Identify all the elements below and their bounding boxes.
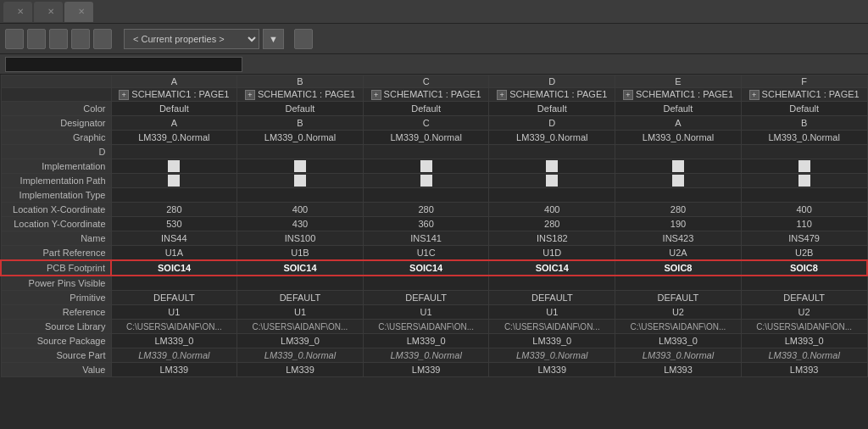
table-cell[interactable] <box>489 159 615 174</box>
table-cell[interactable]: C:\USERS\AIDANF\ON... <box>741 320 867 334</box>
table-cell[interactable]: LM393 <box>741 363 867 377</box>
table-cell[interactable]: LM339_0 <box>111 334 237 348</box>
table-cell[interactable]: D <box>489 116 615 131</box>
tab-property-editor-close[interactable]: ✕ <box>78 7 85 16</box>
table-cell[interactable] <box>363 174 489 188</box>
table-cell[interactable] <box>741 276 867 291</box>
table-cell[interactable] <box>615 159 742 174</box>
table-cell[interactable]: LM339_0.Normal <box>237 131 364 145</box>
table-cell[interactable]: U2B <box>741 246 867 261</box>
tab-start-page-close[interactable]: ✕ <box>17 7 24 16</box>
table-cell[interactable]: DEFAULT <box>111 291 237 305</box>
tab-schematic[interactable]: ✕ <box>34 2 63 22</box>
table-cell[interactable]: B <box>237 116 364 131</box>
table-cell[interactable]: LM393_0 <box>741 334 867 348</box>
table-cell[interactable]: SOIC14 <box>237 260 364 276</box>
table-cell[interactable] <box>237 276 364 291</box>
table-cell[interactable] <box>111 276 237 291</box>
display-button[interactable] <box>49 29 68 49</box>
table-cell[interactable]: C <box>363 116 489 131</box>
table-cell[interactable] <box>111 188 237 203</box>
tab-start-page[interactable]: ✕ <box>3 2 32 22</box>
table-cell[interactable] <box>489 174 615 188</box>
table-cell[interactable]: DEFAULT <box>615 291 742 305</box>
expand-col-b[interactable]: + <box>245 90 255 100</box>
table-cell[interactable]: LM339 <box>111 363 237 377</box>
table-cell[interactable]: LM339_0.Normal <box>363 348 489 363</box>
table-cell[interactable] <box>237 174 364 188</box>
expand-col-d[interactable]: + <box>497 90 507 100</box>
table-cell[interactable]: INS423 <box>615 231 742 246</box>
table-cell[interactable] <box>237 159 364 174</box>
new-property-button[interactable] <box>5 29 24 49</box>
table-cell[interactable]: DEFAULT <box>489 291 615 305</box>
table-cell[interactable]: Default <box>489 102 615 116</box>
apply-button[interactable] <box>27 29 46 49</box>
table-cell[interactable]: LM339_0.Normal <box>237 348 364 363</box>
table-cell[interactable]: LM339 <box>489 363 615 377</box>
table-cell[interactable]: LM393_0 <box>615 334 742 348</box>
table-cell[interactable] <box>489 276 615 291</box>
table-cell[interactable]: C:\USERS\AIDANF\ON... <box>363 320 489 334</box>
table-cell[interactable] <box>363 145 489 159</box>
table-cell[interactable]: C:\USERS\AIDANF\ON... <box>615 320 742 334</box>
expand-col-e[interactable]: + <box>623 90 633 100</box>
table-cell[interactable]: DEFAULT <box>741 291 867 305</box>
table-cell[interactable]: LM339 <box>237 363 364 377</box>
table-cell[interactable]: U2 <box>741 305 867 320</box>
table-cell[interactable]: Default <box>237 102 364 116</box>
table-cell[interactable]: U1 <box>111 305 237 320</box>
table-cell[interactable]: Default <box>363 102 489 116</box>
table-cell[interactable]: Default <box>615 102 742 116</box>
table-cell[interactable]: LM393_0.Normal <box>741 131 867 145</box>
table-cell[interactable] <box>615 276 742 291</box>
expand-col-c[interactable]: + <box>371 90 381 100</box>
table-cell[interactable]: SOIC14 <box>363 260 489 276</box>
table-cell[interactable]: 430 <box>237 217 364 231</box>
table-cell[interactable]: INS479 <box>741 231 867 246</box>
table-cell[interactable]: U1 <box>489 305 615 320</box>
table-cell[interactable]: INS182 <box>489 231 615 246</box>
table-cell[interactable] <box>489 188 615 203</box>
table-cell[interactable]: 400 <box>741 203 867 217</box>
table-cell[interactable]: 110 <box>741 217 867 231</box>
table-cell[interactable]: SOIC14 <box>111 260 237 276</box>
table-cell[interactable]: B <box>741 116 867 131</box>
table-cell[interactable] <box>363 159 489 174</box>
table-cell[interactable]: U1 <box>237 305 364 320</box>
table-cell[interactable]: U1B <box>237 246 364 261</box>
table-cell[interactable]: A <box>615 116 742 131</box>
property-table-wrapper[interactable]: A B C D E F + SCHEMATIC1 : PAGE1 + SCHEM… <box>0 75 868 429</box>
table-cell[interactable]: C:\USERS\AIDANF\ON... <box>111 320 237 334</box>
table-cell[interactable] <box>615 188 742 203</box>
table-cell[interactable]: 360 <box>363 217 489 231</box>
table-cell[interactable]: 400 <box>489 203 615 217</box>
table-cell[interactable] <box>237 188 364 203</box>
tab-property-editor[interactable]: ✕ <box>64 2 93 22</box>
table-cell[interactable]: LM339_0.Normal <box>489 131 615 145</box>
table-cell[interactable]: SOIC8 <box>615 260 742 276</box>
delete-property-button[interactable] <box>71 29 90 49</box>
table-cell[interactable]: U1D <box>489 246 615 261</box>
table-cell[interactable]: LM339_0 <box>237 334 364 348</box>
table-cell[interactable] <box>741 188 867 203</box>
table-cell[interactable] <box>111 174 237 188</box>
table-cell[interactable]: LM339_0.Normal <box>489 348 615 363</box>
pivot-button[interactable] <box>93 29 112 49</box>
table-cell[interactable]: U1A <box>111 246 237 261</box>
table-cell[interactable]: LM393_0.Normal <box>615 348 742 363</box>
table-cell[interactable]: Default <box>741 102 867 116</box>
table-cell[interactable]: INS141 <box>363 231 489 246</box>
search-input[interactable] <box>5 57 242 72</box>
filter-dropdown-arrow[interactable]: ▼ <box>263 29 284 49</box>
table-cell[interactable]: LM339_0.Normal <box>111 348 237 363</box>
table-cell[interactable]: U2A <box>615 246 742 261</box>
table-cell[interactable]: C:\USERS\AIDANF\ON... <box>237 320 364 334</box>
table-cell[interactable] <box>615 145 742 159</box>
table-cell[interactable]: LM339_0.Normal <box>363 131 489 145</box>
table-cell[interactable] <box>111 159 237 174</box>
table-cell[interactable]: Default <box>111 102 237 116</box>
table-cell[interactable]: 530 <box>111 217 237 231</box>
table-cell[interactable] <box>489 145 615 159</box>
table-cell[interactable]: U1 <box>363 305 489 320</box>
